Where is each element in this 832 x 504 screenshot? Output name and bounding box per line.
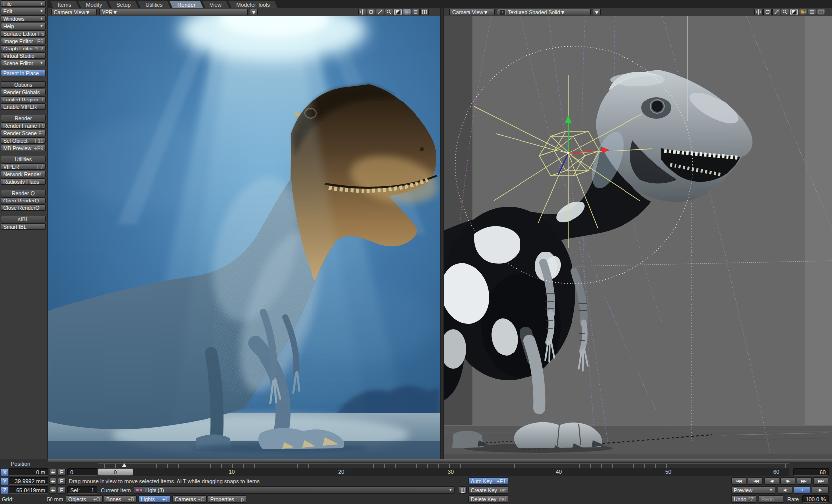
rate-field[interactable]: 100.0 % xyxy=(802,495,829,503)
y-spinner[interactable]: ◀▶ xyxy=(50,478,56,485)
sidebar-button-scene-editor[interactable]: Scene Editor▼ xyxy=(1,60,46,66)
vpr-render-viewport[interactable] xyxy=(48,16,440,459)
left-viewport-toolbar xyxy=(358,9,429,15)
sidebar-section-utilities: Utilities xyxy=(1,156,46,162)
right-view-mode-dropdown[interactable]: Camera View▼ xyxy=(449,9,495,15)
viewport-bottom-edge xyxy=(48,459,832,462)
sidebar-button-limited-region[interactable]: Limited Regionl xyxy=(1,96,46,102)
item-type-objects-button[interactable]: Objects+O xyxy=(66,495,103,503)
left-sidebar: File▼ Edit▼ Windows▼ Help▼ Surface Edito… xyxy=(0,0,48,459)
viewport-layout-icon[interactable] xyxy=(420,9,429,15)
menu-file[interactable]: File▼ xyxy=(1,0,46,7)
magnify-icon[interactable] xyxy=(385,9,393,15)
sidebar-button-mb-preview[interactable]: MB Preview+F9 xyxy=(1,145,46,151)
zoom-icon[interactable] xyxy=(772,9,780,15)
rotate-icon[interactable] xyxy=(367,9,375,15)
step-back-frame-button[interactable]: ◀II xyxy=(764,477,779,485)
right-render-mode-dropdown[interactable]: T Textured Shaded Solid▼ xyxy=(497,9,591,15)
item-type-cameras-button[interactable]: Cameras+C xyxy=(172,495,207,503)
z-axis-badge[interactable]: Z xyxy=(1,486,9,494)
viewport-layout-icon[interactable] xyxy=(817,9,825,15)
pan-icon[interactable] xyxy=(358,9,366,15)
sidebar-button-render-frame[interactable]: Render FrameF9 xyxy=(1,122,46,129)
current-item-dropdown[interactable]: Light (3) ▼ xyxy=(134,486,455,494)
play-forward-button[interactable]: ▶ xyxy=(812,486,829,494)
sidebar-button-virtual-studio[interactable]: Virtual Studio xyxy=(1,52,46,59)
item-type-bones-button[interactable]: Bones+B xyxy=(104,495,137,503)
end-frame-field[interactable]: 60 xyxy=(793,468,829,476)
sidebar-button-close-renderq[interactable]: Close RenderQ xyxy=(1,204,46,211)
chevron-down-icon: ▼ xyxy=(40,16,43,22)
sidebar-button-surface-editor[interactable]: Surface EditorF5 xyxy=(1,30,46,37)
x-axis-badge[interactable]: X xyxy=(1,468,9,476)
rotate-icon[interactable] xyxy=(763,9,772,15)
item-list-button[interactable] xyxy=(459,486,467,494)
list-icon[interactable] xyxy=(808,9,816,15)
current-item-label: Current Item xyxy=(101,487,131,493)
frame-slider-handle[interactable]: 0 xyxy=(98,468,133,476)
sidebar-button-graph-editor[interactable]: Graph Editor^F2 xyxy=(1,45,46,51)
x-envelope-button[interactable]: E xyxy=(58,469,66,476)
create-key-button[interactable]: Create Keyret xyxy=(468,486,508,494)
delete-key-button[interactable]: Delete Keydel xyxy=(468,495,508,503)
camera-icon[interactable] xyxy=(799,9,807,15)
go-to-start-button[interactable]: I◀◀ xyxy=(731,477,746,485)
left-view-mode-dropdown[interactable]: Camera View▼ xyxy=(51,9,97,15)
play-reverse-button[interactable]: ◀ xyxy=(778,486,792,494)
y-axis-badge[interactable]: Y xyxy=(1,477,9,485)
x-position-field[interactable]: 0 m xyxy=(9,468,48,476)
pan-icon[interactable] xyxy=(754,9,763,15)
sidebar-button-open-renderq[interactable]: Open RenderQ xyxy=(1,197,46,203)
left-render-mode-dropdown[interactable]: VPR▼ xyxy=(99,9,248,15)
pause-button[interactable]: II xyxy=(794,486,810,494)
tick-label-30: 30 xyxy=(441,468,461,476)
chevron-down-icon: ▼ xyxy=(769,487,773,493)
selection-count-field[interactable]: Sel:1 xyxy=(67,486,97,494)
sidebar-button-enable-viper[interactable]: Enable VIPER xyxy=(1,103,46,110)
camera-icon[interactable] xyxy=(403,9,411,15)
sidebar-button-render-scene[interactable]: Render SceneF10 xyxy=(1,130,46,136)
undo-button[interactable]: Undo^Z xyxy=(731,495,756,503)
sidebar-button-radiosity-flags[interactable]: Radiosity Flags xyxy=(1,178,46,185)
right-viewport-header: Camera View▼ T Textured Shaded Solid▼ ▼ xyxy=(444,8,832,16)
list-icon[interactable] xyxy=(412,9,420,15)
step-fwd-frame-button[interactable]: II▶ xyxy=(780,477,795,485)
menu-edit[interactable]: Edit▼ xyxy=(1,8,46,14)
zoom-icon[interactable] xyxy=(376,9,384,15)
sidebar-button-network-render[interactable]: Network Render xyxy=(1,171,46,177)
go-to-end-button[interactable]: ▶▶I xyxy=(813,477,828,485)
ground-plane xyxy=(444,425,832,459)
next-keyframe-button[interactable]: ▶▶+ xyxy=(797,477,812,485)
sidebar-button-image-editor[interactable]: Image EditorF6 xyxy=(1,38,46,44)
menu-windows[interactable]: Windows▼ xyxy=(1,15,46,22)
sidebar-button-parent-in-place[interactable]: Parent in Place xyxy=(1,70,46,76)
z-position-field[interactable]: -65.0419mm xyxy=(9,486,48,494)
menu-help[interactable]: Help▼ xyxy=(1,23,46,29)
right-viewport-options-dropdown[interactable]: ▼ xyxy=(593,9,601,15)
shaded-viewport[interactable] xyxy=(444,16,832,459)
sidebar-button-viper[interactable]: VIPERF7 xyxy=(1,163,46,170)
viewport-divider[interactable] xyxy=(440,8,444,459)
fit-view-icon[interactable] xyxy=(790,9,798,15)
left-viewport-options-dropdown[interactable]: ▼ xyxy=(250,9,258,15)
chevron-down-icon: ▼ xyxy=(85,9,90,15)
magnify-icon[interactable] xyxy=(781,9,789,15)
fit-view-icon[interactable] xyxy=(394,9,402,15)
sidebar-button-smart-ibl[interactable]: Smart IBL xyxy=(1,223,46,230)
redo-button[interactable]: Redo xyxy=(759,495,783,503)
preview-dropdown[interactable]: Preview▼ xyxy=(731,486,775,494)
x-spinner[interactable]: ◀▶ xyxy=(50,469,56,476)
sidebar-button-sel-object[interactable]: Sel ObjectF11 xyxy=(1,137,46,144)
y-position-field[interactable]: 39.9992 mm xyxy=(9,477,48,485)
sidebar-button-render-globals[interactable]: Render Globals xyxy=(1,89,46,95)
z-spinner[interactable]: ◀▶ xyxy=(50,487,56,494)
auto-key-button[interactable]: Auto Key+F1 xyxy=(468,477,508,485)
frame-ruler[interactable] xyxy=(98,463,789,468)
current-frame-marker[interactable] xyxy=(122,463,127,467)
y-envelope-button[interactable]: E xyxy=(58,478,66,485)
frame-field[interactable]: 0 xyxy=(67,468,97,476)
prev-keyframe-button[interactable]: +◀◀ xyxy=(748,477,763,485)
properties-button[interactable]: Propertiesp xyxy=(208,495,246,503)
z-envelope-button[interactable]: E xyxy=(58,487,66,494)
item-type-lights-button[interactable]: Lights+L xyxy=(138,495,171,503)
